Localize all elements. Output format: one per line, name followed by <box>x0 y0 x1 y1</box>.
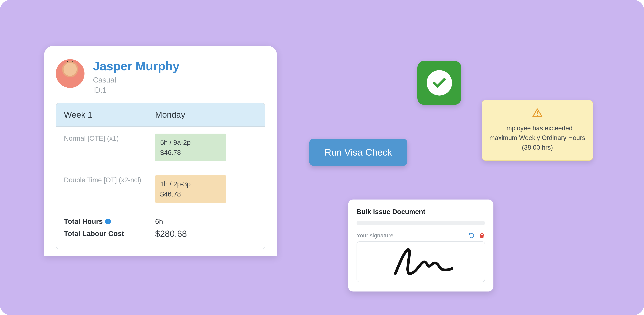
shift-time: 5h / 9a-2p <box>160 137 221 147</box>
success-badge <box>418 61 461 105</box>
signature-glyph <box>385 245 456 279</box>
shift-amount: $46.78 <box>160 147 221 158</box>
progress-bar <box>356 221 485 225</box>
warning-card: Employee has exceeded maximum Weekly Ord… <box>482 100 593 161</box>
avatar <box>56 59 84 88</box>
run-visa-check-button[interactable]: Run Visa Check <box>309 139 408 166</box>
timesheet-header-week: Week 1 <box>56 103 147 126</box>
shift-chip[interactable]: 1h / 2p-3p $46.78 <box>155 175 226 203</box>
total-hours-label: Total Hours i <box>64 217 155 226</box>
total-cost-label: Total Labour Cost <box>64 229 155 239</box>
total-cost-value: $280.68 <box>155 229 257 239</box>
timesheet-header: Week 1 Monday <box>56 103 265 127</box>
info-icon[interactable]: i <box>105 219 111 224</box>
timesheet-totals: Total Hours i 6h Total Labour Cost $280.… <box>56 210 265 249</box>
shift-time: 1h / 2p-3p <box>160 179 221 189</box>
bulk-issue-document-card: Bulk Issue Document Your signature <box>348 199 494 291</box>
employee-name[interactable]: Jasper Murphy <box>93 59 180 73</box>
signature-row: Your signature <box>356 232 485 239</box>
pay-type-label: Double Time [OT] (x2-ncl) <box>64 175 155 185</box>
employee-header: Jasper Murphy Casual ID:1 <box>56 59 265 94</box>
timesheet: Week 1 Monday Normal [OTE] (x1) 5h / 9a-… <box>56 103 265 249</box>
timesheet-header-day: Monday <box>147 103 265 126</box>
shift-chip[interactable]: 5h / 9a-2p $46.78 <box>155 134 226 161</box>
doc-title: Bulk Issue Document <box>356 208 485 216</box>
employee-type: Casual <box>93 76 180 84</box>
employee-id: ID:1 <box>93 86 180 94</box>
pay-type-label: Normal [OTE] (x1) <box>64 134 155 143</box>
table-row: Normal [OTE] (x1) 5h / 9a-2p $46.78 <box>56 127 265 168</box>
shift-amount: $46.78 <box>160 189 221 199</box>
total-hours-value: 6h <box>155 217 257 226</box>
signature-box[interactable] <box>356 241 485 282</box>
canvas: Jasper Murphy Casual ID:1 Week 1 Monday … <box>0 0 644 315</box>
signature-label: Your signature <box>356 232 394 239</box>
total-hours-text: Total Hours <box>64 217 103 226</box>
employee-card: Jasper Murphy Casual ID:1 Week 1 Monday … <box>44 46 277 256</box>
employee-meta: Jasper Murphy Casual ID:1 <box>93 59 180 94</box>
warning-text: Employee has exceeded maximum Weekly Ord… <box>490 123 585 152</box>
warning-triangle-icon <box>532 108 543 119</box>
signature-actions <box>468 232 485 239</box>
svg-point-1 <box>537 115 538 116</box>
table-row: Double Time [OT] (x2-ncl) 1h / 2p-3p $46… <box>56 168 265 210</box>
undo-icon[interactable] <box>468 232 475 239</box>
trash-icon[interactable] <box>479 232 485 239</box>
check-icon <box>427 70 452 96</box>
